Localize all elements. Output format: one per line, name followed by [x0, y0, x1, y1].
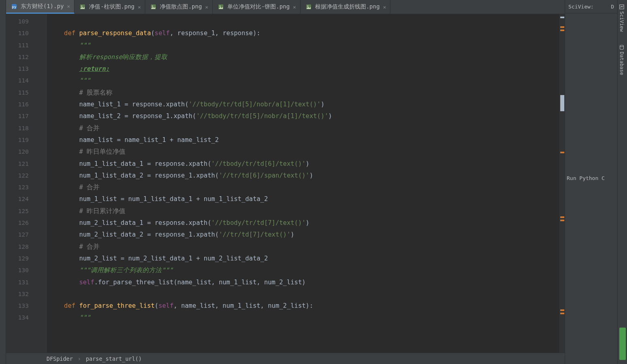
- tab-png-2[interactable]: 净值散点图.png ×: [145, 0, 213, 14]
- code-text: ): [306, 160, 309, 167]
- memory-indicator[interactable]: [619, 328, 626, 360]
- code-text: num_1_list = num_1_list_data_1 + num_1_l…: [49, 195, 268, 203]
- code-text: ): [321, 101, 324, 108]
- stripe-mark: [560, 95, 564, 111]
- comment: # 合并: [49, 243, 100, 250]
- python-file-icon: py: [11, 3, 17, 10]
- code-text: num_1_list_data_1 = response.xpath(: [49, 160, 211, 167]
- code-text: num_2_list_data_2 = response_1.xpath(: [49, 231, 219, 238]
- docstring: 解析response响应数据，提取: [49, 53, 167, 61]
- keyword-def: def: [49, 302, 79, 309]
- line-number: 134: [6, 312, 38, 324]
- tab-py-file[interactable]: py 东方财经(1).py ×: [6, 0, 74, 14]
- run-python-console-label[interactable]: Run Python C: [565, 175, 617, 181]
- editor-tab-bar: py 东方财经(1).py × 净值-柱状图.png × 净值散点图.png ×…: [6, 0, 565, 14]
- tool-window-label: Database: [619, 52, 625, 75]
- line-number: 133: [6, 300, 38, 312]
- tool-window-sciview[interactable]: SciView: [619, 4, 625, 32]
- line-number: 132: [6, 288, 38, 300]
- svg-point-5: [152, 6, 153, 7]
- breadcrumb-class[interactable]: DFSpider: [47, 356, 73, 362]
- stripe-mark: [560, 309, 564, 311]
- comment: # 合并: [49, 125, 100, 132]
- tab-label: 东方财经(1).py: [21, 3, 64, 10]
- close-icon[interactable]: ×: [67, 3, 70, 9]
- function-name: parse_response_data: [79, 30, 151, 37]
- right-tool-strip: SciView Database: [617, 0, 627, 364]
- line-number: 113: [6, 63, 38, 75]
- tool-window-label: SciView: [619, 11, 625, 32]
- code-text: ): [306, 219, 309, 226]
- string-literal: '//tr/td[7]/text()': [219, 231, 290, 238]
- self-param: self: [155, 30, 169, 37]
- docstring: """: [49, 42, 91, 49]
- sciview-icon: [619, 4, 625, 10]
- close-icon[interactable]: ×: [383, 4, 386, 10]
- code-text-area[interactable]: def parse_response_data(self, response_1…: [47, 14, 559, 353]
- function-name: for_parse_three_list: [79, 302, 155, 309]
- tool-window-database[interactable]: Database: [619, 44, 625, 75]
- svg-text:py: py: [12, 5, 17, 9]
- code-text: name_list_2 = response_1.xpath(: [49, 112, 196, 120]
- image-file-icon: [79, 4, 86, 10]
- code-text: , response_1, response):: [170, 30, 261, 37]
- keyword-def: def: [64, 30, 79, 37]
- code-text: ): [290, 231, 294, 238]
- code-text: ): [328, 112, 332, 120]
- line-number: 117: [6, 110, 38, 122]
- comment: # 昨日累计净值: [49, 207, 125, 215]
- error-stripe[interactable]: [559, 14, 565, 353]
- svg-point-7: [219, 6, 220, 7]
- code-text: ): [309, 172, 313, 179]
- image-file-icon: [150, 4, 157, 10]
- self-ref: self: [49, 279, 94, 286]
- breadcrumb-method[interactable]: parse_start_url(): [86, 356, 142, 362]
- tab-label: 净值散点图.png: [160, 3, 202, 11]
- fold-strip[interactable]: [38, 14, 47, 353]
- string-literal: '//tr/td[6]/span/text()': [219, 172, 309, 179]
- main-column: py 东方财经(1).py × 净值-柱状图.png × 净值散点图.png ×…: [6, 0, 565, 364]
- string-literal: '//tbody/tr/td[6]/text()': [211, 160, 305, 167]
- editor-area: 109 110 111 112 113 114 115 116 117 118 …: [6, 14, 565, 353]
- sciview-body: Run Python C: [565, 13, 617, 364]
- svg-point-11: [620, 45, 624, 47]
- self-param: self: [159, 302, 174, 309]
- sciview-title: SciView:: [568, 4, 594, 10]
- code-text: num_1_list_data_2 = response_1.xpath(: [49, 172, 219, 179]
- docstring-return: :return:: [79, 65, 110, 72]
- line-number: 119: [6, 134, 38, 146]
- chevron-right-icon: ›: [78, 356, 81, 362]
- docstring: [49, 65, 79, 72]
- stripe-mark: [560, 152, 564, 153]
- stripe-mark: [560, 26, 564, 28]
- sciview-panel: SciView: D Run Python C: [565, 0, 617, 364]
- line-number: 129: [6, 253, 38, 265]
- close-icon[interactable]: ×: [138, 4, 141, 10]
- code-text: name_list_1 = response.xpath(: [49, 101, 189, 108]
- line-number: 126: [6, 217, 38, 229]
- line-number: 110: [6, 28, 38, 39]
- line-number: 112: [6, 51, 38, 63]
- close-icon[interactable]: ×: [205, 4, 208, 10]
- code-text: (: [151, 30, 155, 37]
- tab-label: 净值-柱状图.png: [89, 3, 134, 11]
- tab-label: 单位净值对比-饼图.png: [227, 3, 290, 11]
- code-text: (: [155, 302, 158, 309]
- line-number: 123: [6, 182, 38, 193]
- docstring: """: [49, 77, 91, 84]
- line-number: 127: [6, 229, 38, 241]
- string-literal: '//tbody/tr/td[5]/nobr/a[1]/text()': [189, 101, 321, 108]
- sciview-subtab[interactable]: D: [611, 4, 614, 10]
- line-number: 130: [6, 265, 38, 276]
- stripe-mark: [560, 30, 564, 31]
- line-number: 121: [6, 158, 38, 170]
- string-literal: '//tbody/tr/td[7]/text()': [211, 219, 305, 226]
- line-number: 114: [6, 75, 38, 87]
- line-number: 116: [6, 99, 38, 110]
- tab-png-1[interactable]: 净值-柱状图.png ×: [74, 0, 145, 14]
- svg-point-9: [307, 6, 308, 7]
- close-icon[interactable]: ×: [293, 4, 296, 10]
- code-text: name_list = name_list_1 + name_list_2: [49, 136, 219, 144]
- tab-png-3[interactable]: 单位净值对比-饼图.png ×: [213, 0, 301, 14]
- tab-png-4[interactable]: 根据净值生成折线图.png ×: [301, 0, 391, 14]
